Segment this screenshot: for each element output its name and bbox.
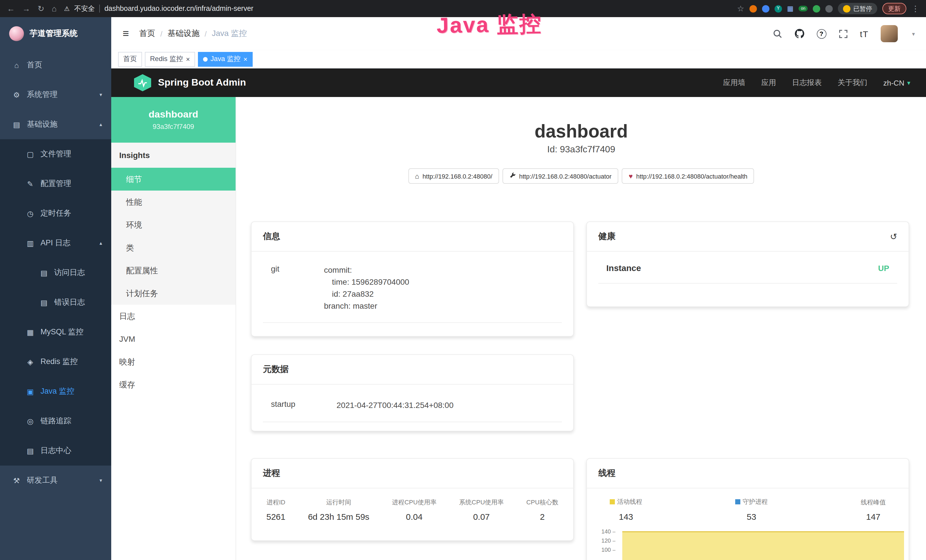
help-icon[interactable]: ? (817, 29, 826, 38)
sba-menu-environment[interactable]: 环境 (111, 213, 236, 236)
spring-boot-admin-logo-icon (134, 74, 151, 91)
profile-emoji-icon (843, 5, 850, 12)
sidebar-item-system[interactable]: ⚙ 系统管理 ▾ (0, 80, 111, 109)
chrome-update-button[interactable]: 更新 (882, 3, 906, 14)
sidebar-item-label: 日志中心 (41, 446, 71, 456)
sidebar-item-dev-tools[interactable]: ⚒ 研发工具 ▾ (0, 466, 111, 495)
home-icon: ⌂ (415, 173, 419, 179)
sba-menu-configprops[interactable]: 配置属性 (111, 259, 236, 282)
git-commit-values: commit: time: 1596289704000 id: 27aa832 … (324, 264, 409, 312)
history-icon[interactable]: ↺ (890, 232, 897, 242)
extension-icon[interactable] (762, 5, 769, 12)
row-key: git (263, 264, 324, 312)
avatar-caret-icon[interactable]: ▾ (912, 30, 915, 37)
sba-menu-classes[interactable]: 类 (111, 236, 236, 259)
heart-icon: ♥ (629, 173, 632, 179)
tab-home[interactable]: 首页 (118, 51, 142, 67)
extensions-puzzle-icon[interactable] (825, 5, 833, 12)
sidebar-item-api-log[interactable]: ▥ API 日志 ▴ (0, 228, 111, 258)
fullscreen-icon[interactable] (838, 29, 848, 38)
forward-icon[interactable]: → (22, 5, 30, 12)
sba-menu-scheduled-tasks[interactable]: 计划任务 (111, 282, 236, 305)
info-line: id: 27aa832 (324, 288, 409, 300)
sidebar-item-java-monitor[interactable]: ▣ Java 监控 (0, 377, 111, 406)
sidebar-item-infra[interactable]: ▤ 基础设施 ▴ (0, 109, 111, 139)
sba-nav-applications[interactable]: 应用 (761, 77, 776, 88)
card-title: 元数据 (263, 364, 289, 375)
y-axis-tick: 140 (595, 528, 616, 534)
legend-value: 143 (610, 512, 642, 522)
sidebar-item-trace[interactable]: ◎ 链路追踪 (0, 406, 111, 436)
extension-icon[interactable]: Y (775, 5, 782, 12)
card-title: 线程 (598, 468, 616, 479)
sba-nav-journal[interactable]: 日志报表 (792, 77, 822, 88)
instance-url-button[interactable]: ⌂ http://192.168.0.2:48080/ (408, 168, 499, 184)
sidebar-item-access-log[interactable]: ▤ 访问日志 (0, 258, 111, 288)
infrastructure-icon: ▤ (11, 120, 22, 129)
extension-grid-icon[interactable]: ▦ (787, 5, 794, 12)
home-icon[interactable]: ⌂ (51, 5, 56, 12)
not-secure-warning-icon: ⚠ (64, 5, 70, 12)
sidebar-item-label: Redis 监控 (41, 357, 78, 367)
sidebar-item-file-manage[interactable]: ▢ 文件管理 (0, 139, 111, 169)
sba-menu-logs[interactable]: 日志 (111, 305, 236, 327)
legend-label: 线程峰值 (861, 498, 886, 507)
sidebar-item-scheduled-jobs[interactable]: ◷ 定时任务 (0, 198, 111, 228)
browser-menu-kebab-icon[interactable]: ⋮ (911, 5, 920, 12)
tab-java-monitor[interactable]: Java 监控 × (198, 51, 253, 67)
chevron-down-icon: ▾ (907, 79, 910, 86)
health-url-button[interactable]: ♥ http://192.168.0.2:48080/actuator/heal… (622, 168, 754, 184)
breadcrumb-home[interactable]: 首页 (139, 29, 155, 39)
sidebar-item-redis-monitor[interactable]: ◈ Redis 监控 (0, 347, 111, 377)
font-size-icon[interactable]: tT (860, 29, 869, 38)
sidebar-item-config-manage[interactable]: ✎ 配置管理 (0, 169, 111, 198)
tab-label: Java 监控 (210, 54, 241, 64)
address-bar[interactable]: ⚠ 不安全 dashboard.yudao.iocoder.cn/infra/a… (64, 4, 729, 14)
sidebar-collapse-icon[interactable]: ≡ (123, 27, 129, 40)
reload-icon[interactable]: ↻ (38, 5, 44, 12)
extension-icon[interactable] (813, 5, 820, 12)
sba-nav-wall[interactable]: 应用墙 (723, 77, 745, 88)
sba-menu-caches[interactable]: 缓存 (111, 373, 236, 396)
extension-icon[interactable] (749, 5, 757, 12)
security-label: 不安全 (74, 4, 95, 14)
user-avatar[interactable] (881, 25, 898, 42)
close-icon[interactable]: × (186, 56, 190, 62)
extension-on-toggle-icon[interactable]: on (799, 6, 808, 12)
card-title: 进程 (263, 468, 280, 479)
sidebar-item-error-log[interactable]: ▤ 错误日志 (0, 288, 111, 317)
stat-label: 进程ID (266, 498, 285, 507)
active-dot-icon (203, 57, 207, 61)
sba-instance-block[interactable]: dashboard 93a3fc7f7409 (111, 97, 236, 143)
health-instance-label: Instance (606, 263, 641, 273)
search-icon[interactable] (773, 29, 782, 38)
bookmark-star-icon[interactable]: ☆ (737, 5, 744, 12)
tab-redis-monitor[interactable]: Redis 监控 × (145, 51, 195, 67)
sidebar-item-label: 定时任务 (41, 208, 71, 218)
instance-id: 93a3fc7f7409 (153, 123, 194, 131)
sba-menu-details[interactable]: 细节 (111, 168, 236, 191)
actuator-url-button[interactable]: http://192.168.0.2:48080/actuator (502, 168, 618, 184)
sba-locale-select[interactable]: zh-CN ▾ (883, 79, 910, 87)
screen: ← → ↻ ⌂ ⚠ 不安全 dashboard.yudao.iocoder.cn… (0, 0, 926, 560)
sba-nav-about[interactable]: 关于我们 (838, 77, 867, 88)
browser-chrome: ← → ↻ ⌂ ⚠ 不安全 dashboard.yudao.iocoder.cn… (0, 0, 926, 17)
github-icon[interactable] (794, 29, 805, 39)
metadata-card-header: 元数据 (251, 355, 573, 384)
back-icon[interactable]: ← (7, 5, 15, 12)
breadcrumb-infra[interactable]: 基础设施 (167, 29, 199, 39)
sba-brand-title[interactable]: Spring Boot Admin (158, 77, 246, 88)
log-icon: ▤ (39, 268, 49, 277)
close-icon[interactable]: × (243, 56, 247, 62)
sba-menu-mappings[interactable]: 映射 (111, 350, 236, 373)
link-url: http://192.168.0.2:48080/actuator (519, 173, 611, 179)
tools-icon: ⚒ (11, 476, 22, 485)
sidebar-item-log-center[interactable]: ▤ 日志中心 (0, 436, 111, 466)
sba-group-label: Insights (111, 143, 236, 168)
sba-menu-metrics[interactable]: 性能 (111, 191, 236, 213)
profile-paused-chip[interactable]: 已暂停 (838, 3, 877, 14)
app-logo[interactable]: 芋道管理系统 (0, 17, 111, 50)
sidebar-item-home[interactable]: ⌂ 首页 (0, 50, 111, 80)
sidebar-item-mysql-monitor[interactable]: ▦ MySQL 监控 (0, 317, 111, 347)
sba-menu-jvm[interactable]: JVM (111, 327, 236, 350)
